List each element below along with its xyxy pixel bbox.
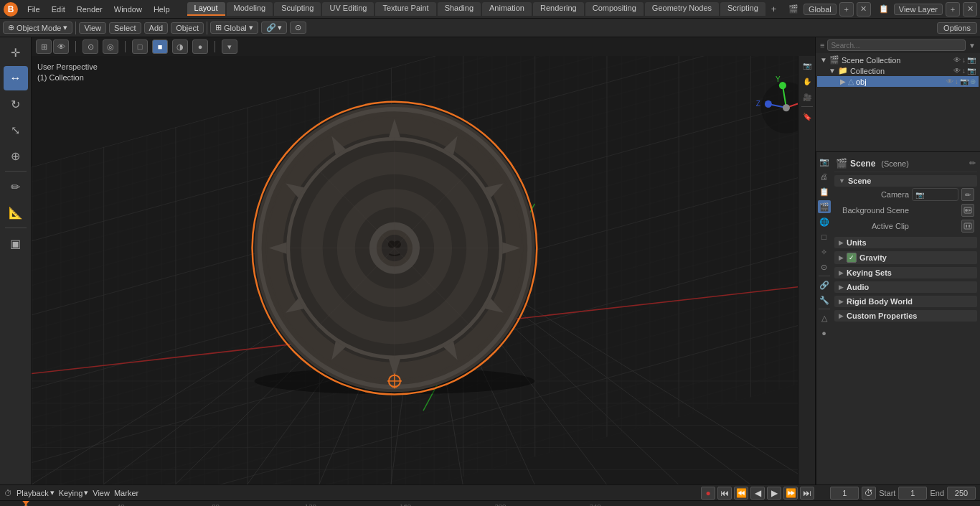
active-clip-icon-btn[interactable] (961, 220, 974, 233)
menu-render[interactable]: Render (71, 4, 108, 15)
shading-options-btn[interactable]: ▾ (222, 39, 237, 54)
step-back-btn[interactable]: ⏪ (734, 487, 748, 500)
tab-layout[interactable]: Layout (187, 2, 225, 16)
obj-render-icon[interactable]: 📷 (960, 78, 969, 85)
scene-selector[interactable]: Global (804, 4, 837, 15)
view-layer-add-btn[interactable]: + (946, 2, 960, 17)
menu-file[interactable]: File (22, 4, 46, 15)
timeline-ruler[interactable]: 0 40 80 120 160 200 240 (0, 501, 980, 506)
custom-props-section-header[interactable]: ▶ Custom Properties (834, 310, 977, 322)
prop-tab-modifiers[interactable]: 🔧 (818, 294, 831, 306)
prop-tab-particles[interactable]: ✧ (818, 245, 831, 258)
step-forward-btn[interactable]: ⏩ (783, 487, 798, 500)
play-reverse-btn[interactable]: ◀ (750, 487, 765, 500)
scale-tool[interactable]: ⤡ (4, 118, 28, 142)
viewport[interactable]: ⊞ 👁 ⊙ ◎ □ ■ ◑ ● ▾ (32, 37, 815, 484)
mode-selector[interactable]: ⊕ Object Mode ▾ (3, 22, 72, 34)
collection-render-icon[interactable]: 📷 (967, 56, 976, 64)
shading-material[interactable]: ◑ (172, 39, 188, 54)
background-scene-icon-btn[interactable] (961, 204, 974, 217)
viewport-select-menu[interactable]: Select (109, 22, 141, 34)
prop-tab-object[interactable]: □ (818, 230, 831, 243)
tab-sculpting[interactable]: Sculpting (274, 2, 321, 16)
outliner-collection[interactable]: ▼ 📁 Collection 👁 ↓ 📷 (817, 65, 979, 76)
measure-tool[interactable]: 📐 (4, 200, 28, 225)
transform-tool[interactable]: ⊕ (4, 144, 28, 168)
bookmarks-btn[interactable]: 🔖 (801, 110, 814, 123)
shading-render[interactable]: ● (192, 39, 208, 54)
annotate-tool[interactable]: ✏ (4, 174, 28, 199)
outliner-search[interactable] (827, 39, 966, 51)
current-frame-field[interactable]: 1 (830, 487, 859, 500)
tab-geometry-nodes[interactable]: Geometry Nodes (645, 2, 719, 16)
rigid-body-section-header[interactable]: ▶ Rigid Body World (834, 296, 977, 307)
tab-compositing[interactable]: Compositing (585, 2, 644, 16)
camera-edit-btn[interactable]: ✏ (961, 188, 974, 201)
viewport-add-menu[interactable]: Add (144, 22, 169, 34)
collection-select-icon[interactable]: ↓ (962, 56, 966, 64)
prop-tab-world[interactable]: 🌐 (818, 215, 831, 228)
menu-edit[interactable]: Edit (46, 4, 71, 15)
collection-view-icon[interactable]: 👁 (953, 56, 961, 64)
coll-select-icon[interactable]: ↓ (962, 67, 966, 75)
end-frame-field[interactable]: 250 (947, 487, 976, 500)
obj-filter-icon[interactable]: ⊕ (970, 78, 976, 85)
camera-value[interactable]: 📷 (912, 188, 958, 201)
prop-tab-view-layer[interactable]: 📋 (818, 185, 831, 198)
menu-window[interactable]: Window (108, 4, 148, 15)
gravity-checkbox[interactable]: ✓ (847, 253, 857, 263)
transform-selector[interactable]: ⊞ Global ▾ (210, 22, 258, 34)
timeline-menu-icon[interactable]: ⏱ (4, 489, 12, 497)
perspective-toggle[interactable]: 👁 (53, 39, 69, 54)
playback-dropdown[interactable]: Playback ▾ (17, 488, 55, 497)
snap-toggle[interactable]: 🔗 ▾ (261, 22, 287, 34)
tab-texture-paint[interactable]: Texture Paint (375, 2, 435, 16)
prop-tab-constraints[interactable]: 🔗 (818, 278, 831, 291)
proportional-edit-toggle[interactable]: ⊙ (290, 22, 306, 34)
tab-rendering[interactable]: Rendering (533, 2, 584, 16)
rotate-tool[interactable]: ↻ (4, 92, 28, 116)
scene-add-btn[interactable]: + (839, 2, 854, 17)
obj-view-icon[interactable]: 👁 (946, 78, 953, 85)
start-frame-field[interactable]: 1 (898, 487, 927, 500)
xray-toggle[interactable]: ◎ (103, 39, 118, 54)
obj-select-icon[interactable]: ↓ (955, 78, 958, 85)
menu-help[interactable]: Help (148, 4, 176, 15)
play-btn[interactable]: ▶ (767, 487, 781, 500)
camera-view-btn[interactable]: 📷 (801, 59, 814, 72)
outliner-scene-collection[interactable]: ▼ 🎬 Scene Collection 👁 ↓ 📷 (817, 55, 979, 65)
coll-view-icon[interactable]: 👁 (953, 67, 961, 75)
move-tool[interactable]: ↔ (4, 66, 28, 90)
tab-uv-editing[interactable]: UV Editing (322, 2, 374, 16)
scene-section-header[interactable]: ▼ Scene (834, 175, 977, 187)
cursor-tool[interactable]: ✛ (4, 40, 28, 65)
prop-tab-output[interactable]: 🖨 (818, 170, 831, 183)
time-icon[interactable]: ⏱ (862, 487, 876, 500)
scene-remove-btn[interactable]: ✕ (857, 2, 871, 17)
jump-start-btn[interactable]: ⏮ (717, 487, 732, 500)
coll-render-icon[interactable]: 📷 (967, 67, 976, 75)
jump-end-btn[interactable]: ⏭ (800, 487, 814, 500)
marker-dropdown[interactable]: Marker (114, 489, 138, 497)
options-btn[interactable]: Options (937, 22, 977, 34)
keying-dropdown[interactable]: Keying ▾ (59, 488, 89, 497)
add-cube-tool[interactable]: ▣ (4, 231, 28, 256)
tab-scripting[interactable]: Scripting (720, 2, 765, 16)
gravity-section-header[interactable]: ▶ ✓ Gravity (834, 251, 977, 264)
viewport-view-menu[interactable]: View (79, 22, 106, 34)
camera-rotate-btn[interactable]: 🎥 (801, 90, 814, 103)
keying-sets-section-header[interactable]: ▶ Keying Sets (834, 267, 977, 278)
tab-animation[interactable]: Animation (482, 2, 532, 16)
view-menu-icon[interactable]: ⊞ (36, 39, 52, 54)
view-layer-remove-btn[interactable]: ✕ (963, 2, 977, 17)
shading-wireframe[interactable]: □ (132, 39, 148, 54)
view-layer-selector[interactable]: View Layer (894, 4, 943, 15)
shading-solid[interactable]: ■ (152, 39, 168, 54)
audio-section-header[interactable]: ▶ Audio (834, 281, 977, 293)
units-section-header[interactable]: ▶ Units (834, 237, 977, 248)
prop-tab-render[interactable]: 📷 (818, 155, 831, 168)
hand-tool-btn[interactable]: ✋ (801, 75, 814, 88)
view-dropdown[interactable]: View (93, 489, 110, 497)
filter-icon[interactable]: ▼ (969, 42, 976, 50)
prop-tab-scene[interactable]: 🎬 (818, 200, 831, 213)
